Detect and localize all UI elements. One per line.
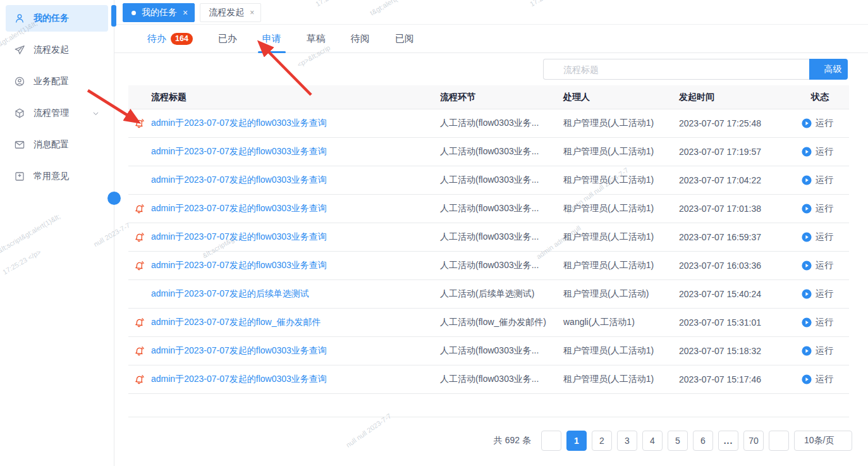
bell-cell bbox=[128, 118, 151, 129]
bell-icon bbox=[133, 373, 146, 386]
status-cell: 运行 bbox=[799, 288, 849, 300]
process-title-link[interactable]: admin于2023-07-07发起的flow0303业务查询 bbox=[151, 345, 440, 357]
process-title-link[interactable]: admin于2023-07-07发起的flow0303业务查询 bbox=[151, 203, 440, 214]
subtab-label: 待办 bbox=[147, 33, 166, 45]
handler-cell: 租户管理员(人工活动1) bbox=[563, 146, 679, 157]
bell-cell bbox=[128, 203, 151, 214]
window-tab[interactable]: 我的任务× bbox=[123, 3, 195, 22]
tab-已阅[interactable]: 已阅 bbox=[382, 25, 427, 52]
process-title-link[interactable]: admin于2023-07-07发起的flow0303业务查询 bbox=[151, 175, 440, 186]
page-button[interactable]: 4 bbox=[642, 431, 663, 451]
bell-cell bbox=[128, 317, 151, 328]
sidebar-menu: 我的任务流程发起业务配置流程管理消息配置常用意见 bbox=[0, 5, 114, 190]
table-body: admin于2023-07-07发起的flow0303业务查询人工活动(flow… bbox=[128, 109, 849, 394]
handler-cell: 租户管理员(人工活动1) bbox=[563, 118, 679, 129]
page-size-value: 10条/页 bbox=[804, 435, 834, 446]
bell-cell bbox=[128, 231, 151, 243]
process-step-cell: 人工活动(flow0303业务... bbox=[440, 203, 563, 214]
status-label: 运行 bbox=[816, 317, 833, 328]
handler-cell: 租户管理员(人工活动1) bbox=[563, 345, 679, 357]
start-time-cell: 2023-07-07 17:19:57 bbox=[679, 147, 799, 157]
process-step-cell: 人工活动(flow0303业务... bbox=[440, 345, 563, 357]
sidebar-item-label: 流程管理 bbox=[34, 107, 69, 119]
play-circle-icon bbox=[802, 118, 812, 128]
bell-icon bbox=[133, 202, 146, 215]
page-button[interactable]: 2 bbox=[592, 431, 612, 451]
search-icon bbox=[549, 64, 559, 74]
page-size-select[interactable]: 10条/页 bbox=[794, 431, 852, 451]
status-cell: 运行 bbox=[799, 345, 849, 357]
page-button[interactable]: 1 bbox=[566, 431, 587, 451]
sidebar-collapse-button[interactable] bbox=[107, 192, 121, 205]
page-button[interactable]: 70 bbox=[743, 431, 764, 451]
subtab-label: 待阅 bbox=[351, 33, 370, 45]
subtab-label: 已阅 bbox=[395, 33, 414, 45]
subtab-label: 已办 bbox=[218, 33, 237, 45]
process-title-link[interactable]: admin于2023-07-07发起的flow0303业务查询 bbox=[151, 146, 440, 157]
sidebar: 我的任务流程发起业务配置流程管理消息配置常用意见 bbox=[0, 0, 114, 466]
process-step-cell: 人工活动(后续单选测试) bbox=[440, 288, 563, 300]
col-header-time: 发起时间 bbox=[679, 92, 799, 103]
status-label: 运行 bbox=[816, 345, 833, 357]
window-tab[interactable]: 流程发起× bbox=[200, 3, 261, 22]
chevron-left-icon bbox=[547, 436, 556, 445]
sidebar-item-我的任务[interactable]: 我的任务 bbox=[6, 5, 108, 32]
start-time-cell: 2023-07-07 17:01:38 bbox=[679, 204, 799, 214]
page-button[interactable]: 6 bbox=[693, 431, 713, 451]
search-box bbox=[543, 59, 809, 80]
process-step-cell: 人工活动(flow0303业务... bbox=[440, 374, 563, 385]
handler-cell: 租户管理员(人工活动1) bbox=[563, 175, 679, 186]
next-page-button[interactable] bbox=[769, 431, 789, 451]
sidebar-item-业务配置[interactable]: 业务配置 bbox=[6, 68, 108, 95]
process-title-link[interactable]: admin于2023-07-07发起的后续单选测试 bbox=[151, 288, 440, 300]
tab-待阅[interactable]: 待阅 bbox=[338, 25, 382, 52]
close-icon[interactable]: × bbox=[183, 8, 188, 17]
process-title-link[interactable]: admin于2023-07-07发起的flow0303业务查询 bbox=[151, 231, 440, 243]
tab-已办[interactable]: 已办 bbox=[205, 25, 250, 52]
sidebar-item-label: 业务配置 bbox=[34, 76, 69, 87]
table-row: admin于2023-07-07发起的flow0303业务查询人工活动(flow… bbox=[128, 365, 849, 394]
process-title-link[interactable]: admin于2023-07-07发起的flow0303业务查询 bbox=[151, 374, 440, 385]
user-icon bbox=[14, 13, 25, 24]
pagination: 共 692 条 123456...70 10条/页 bbox=[114, 431, 868, 451]
play-circle-icon bbox=[802, 374, 812, 384]
prev-page-button[interactable] bbox=[541, 431, 561, 451]
play-circle-icon bbox=[802, 317, 812, 328]
handler-cell: 租户管理员(人工活动1) bbox=[563, 260, 679, 271]
search-input[interactable] bbox=[563, 64, 804, 75]
page-button[interactable]: 3 bbox=[617, 431, 637, 451]
advanced-search-button[interactable]: 高级 bbox=[809, 59, 848, 80]
bell-icon bbox=[133, 259, 146, 272]
ellipsis-button[interactable]: ... bbox=[718, 431, 738, 451]
sidebar-item-流程管理[interactable]: 流程管理 bbox=[6, 100, 108, 126]
status-cell: 运行 bbox=[799, 231, 849, 243]
play-circle-icon bbox=[802, 346, 812, 356]
status-cell: 运行 bbox=[799, 203, 849, 214]
sidebar-item-常用意见[interactable]: 常用意见 bbox=[6, 163, 108, 190]
play-circle-icon bbox=[802, 147, 812, 157]
status-cell: 运行 bbox=[799, 175, 849, 186]
plus-square-icon bbox=[14, 171, 25, 182]
chevron-right-icon bbox=[774, 436, 783, 445]
process-title-link[interactable]: admin于2023-07-07发起的flow0303业务查询 bbox=[151, 118, 440, 129]
page-button[interactable]: 5 bbox=[668, 431, 688, 451]
start-time-cell: 2023-07-07 17:25:48 bbox=[679, 118, 799, 128]
status-cell: 运行 bbox=[799, 260, 849, 271]
process-title-link[interactable]: admin于2023-07-07发起的flow_催办发邮件 bbox=[151, 317, 440, 328]
status-label: 运行 bbox=[816, 175, 833, 186]
tab-草稿[interactable]: 草稿 bbox=[294, 25, 338, 52]
play-circle-icon bbox=[802, 232, 812, 242]
search-row: 高级 bbox=[114, 53, 868, 85]
process-step-cell: 人工活动(flow0303业务... bbox=[440, 146, 563, 157]
tab-待办[interactable]: 待办164 bbox=[135, 25, 205, 52]
close-icon[interactable]: × bbox=[250, 9, 254, 16]
sidebar-item-消息配置[interactable]: 消息配置 bbox=[6, 132, 108, 158]
sidebar-item-流程发起[interactable]: 流程发起 bbox=[6, 37, 108, 63]
tab-scroll-indicator bbox=[111, 5, 116, 27]
window-tabstrip: 我的任务×流程发起× bbox=[114, 0, 868, 25]
process-title-link[interactable]: admin于2023-07-07发起的flow0303业务查询 bbox=[151, 260, 440, 271]
process-step-cell: 人工活动(flow_催办发邮件) bbox=[440, 317, 563, 328]
table-row: admin于2023-07-07发起的flow0303业务查询人工活动(flow… bbox=[128, 138, 849, 166]
tab-申请[interactable]: 申请 bbox=[250, 25, 294, 52]
col-header-title: 流程标题 bbox=[151, 92, 440, 103]
